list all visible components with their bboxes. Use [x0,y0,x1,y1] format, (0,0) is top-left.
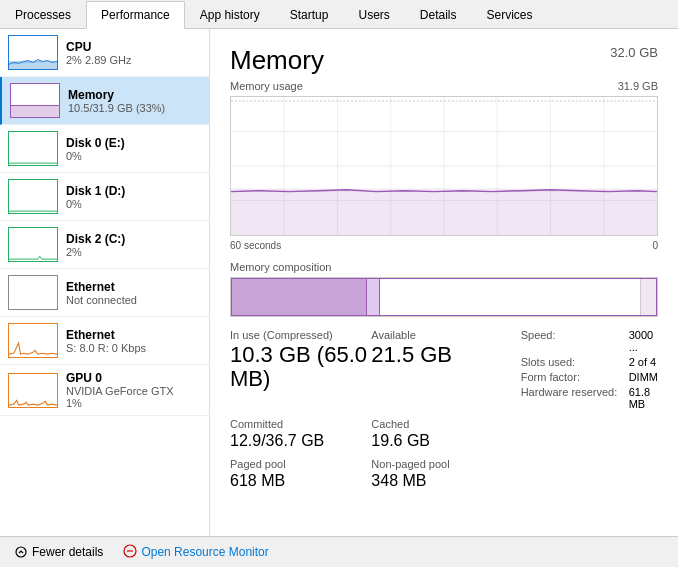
ethernet1-thumbnail [8,275,58,310]
speed-row: Speed: 3000 ... [521,329,658,353]
chevron-up-icon [14,545,28,559]
disk0-label: Disk 0 (E:) 0% [66,136,125,162]
disk1-label: Disk 1 (D:) 0% [66,184,125,210]
sidebar-item-memory[interactable]: Memory 10.5/31.9 GB (33%) [0,77,209,125]
usage-value: 31.9 GB [618,80,658,94]
sidebar-item-disk1[interactable]: Disk 1 (D:) 0% [0,173,209,221]
cpu-label: CPU 2% 2.89 GHz [66,40,131,66]
bar-cached [367,278,380,316]
bar-hw [640,278,657,316]
chart-right-label: 0 [652,240,658,251]
memory-label: Memory 10.5/31.9 GB (33%) [68,88,165,114]
open-resource-monitor-link[interactable]: Open Resource Monitor [123,544,268,561]
task-manager-window: Processes Performance App history Startu… [0,0,678,567]
memory-usage-chart [230,96,658,236]
stat-available: Available 21.5 GB [371,329,512,410]
svg-point-12 [16,547,26,557]
monitor-icon [123,544,137,561]
form-row: Form factor: DIMM [521,371,658,383]
disk2-thumbnail [8,227,58,262]
svg-rect-10 [231,189,657,235]
cpu-thumbnail [8,35,58,70]
sidebar-item-cpu[interactable]: CPU 2% 2.89 GHz [0,29,209,77]
detail-panel: Memory 32.0 GB Memory usage 31.9 GB [210,29,678,536]
usage-label: Memory usage [230,80,303,92]
stat-right-group: Speed: 3000 ... Slots used: 2 of 4 Form … [513,329,658,410]
stat-in-use: In use (Compressed) 10.3 GB (65.0 MB) [230,329,371,410]
tab-performance[interactable]: Performance [86,1,185,29]
footer-bar: Fewer details Open Resource Monitor [0,536,678,567]
tab-processes[interactable]: Processes [0,1,86,29]
bar-in-use [231,278,367,316]
detail-header: Memory 32.0 GB [230,45,658,76]
sidebar-item-disk2[interactable]: Disk 2 (C:) 2% [0,221,209,269]
detail-title: Memory [230,45,324,76]
stat-committed: Committed 12.9/36.7 GB [230,418,371,450]
fewer-details-button[interactable]: Fewer details [10,543,107,561]
gpu0-thumbnail [8,373,58,408]
stats-area: In use (Compressed) 10.3 GB (65.0 MB) Av… [230,329,658,489]
disk2-label: Disk 2 (C:) 2% [66,232,125,258]
sidebar-item-disk0[interactable]: Disk 0 (E:) 0% [0,125,209,173]
bar-free [380,278,640,316]
ethernet2-label: Ethernet S: 8.0 R: 0 Kbps [66,328,146,354]
tab-app-history[interactable]: App history [185,1,275,29]
tab-bar: Processes Performance App history Startu… [0,0,678,29]
sidebar: CPU 2% 2.89 GHz Memory 10.5/31.9 GB (33%… [0,29,210,536]
monitor-label: Open Resource Monitor [141,545,268,559]
sidebar-item-gpu0[interactable]: GPU 0 NVIDIA GeForce GTX 1% [0,365,209,416]
composition-label: Memory composition [230,261,658,273]
gpu0-label: GPU 0 NVIDIA GeForce GTX 1% [66,371,174,409]
detail-total: 32.0 GB [610,45,658,60]
sidebar-item-ethernet1[interactable]: Ethernet Not connected [0,269,209,317]
tab-users[interactable]: Users [343,1,404,29]
stat-paged: Paged pool 618 MB [230,458,371,490]
ethernet1-label: Ethernet Not connected [66,280,137,306]
chart-left-label: 60 seconds [230,240,281,251]
disk1-thumbnail [8,179,58,214]
main-area: CPU 2% 2.89 GHz Memory 10.5/31.9 GB (33%… [0,29,678,536]
tab-startup[interactable]: Startup [275,1,344,29]
ethernet2-thumbnail [8,323,58,358]
sidebar-item-ethernet2[interactable]: Ethernet S: 8.0 R: 0 Kbps [0,317,209,365]
slots-row: Slots used: 2 of 4 [521,356,658,368]
hw-row: Hardware reserved: 61.8 MB [521,386,658,410]
tab-details[interactable]: Details [405,1,472,29]
disk0-thumbnail [8,131,58,166]
stat-cached: Cached 19.6 GB [371,418,512,450]
stat-nonpaged: Non-paged pool 348 MB [371,458,512,490]
memory-composition-bar [230,277,658,317]
chart-labels: 60 seconds 0 [230,240,658,251]
tab-services[interactable]: Services [472,1,548,29]
fewer-details-label: Fewer details [32,545,103,559]
memory-thumbnail [10,83,60,118]
